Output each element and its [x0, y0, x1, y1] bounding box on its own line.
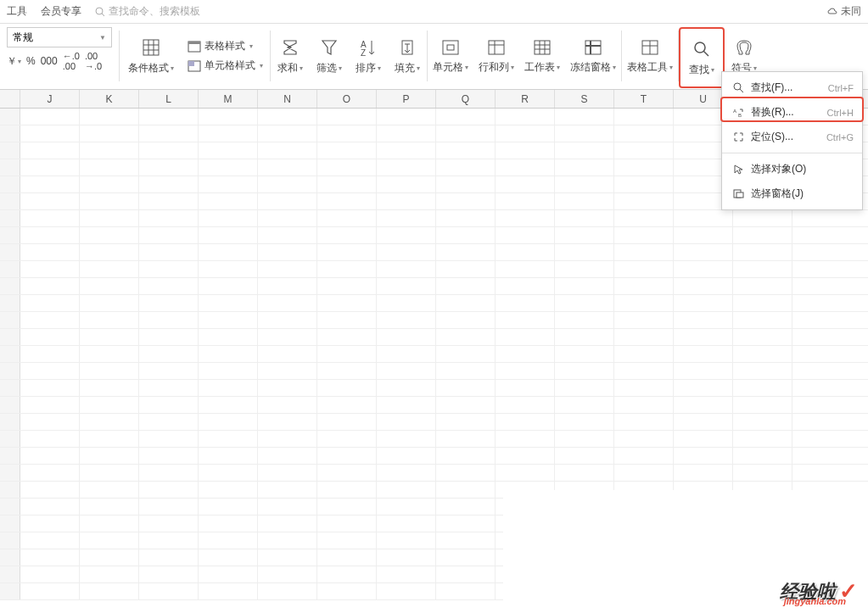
grid-cell[interactable]	[496, 227, 555, 243]
grid-cell[interactable]	[20, 566, 80, 582]
grid-cell[interactable]	[436, 244, 496, 260]
grid-cell[interactable]	[80, 465, 139, 481]
grid-cell[interactable]	[317, 363, 377, 379]
grid-cell[interactable]	[377, 312, 436, 328]
grid-cell[interactable]	[139, 465, 199, 481]
grid-cell[interactable]	[0, 583, 20, 599]
grid-cell[interactable]	[20, 397, 80, 413]
grid-cell[interactable]	[496, 380, 555, 396]
grid-cell[interactable]	[20, 363, 80, 379]
grid-cell[interactable]	[258, 499, 317, 515]
grid-cell[interactable]	[139, 125, 199, 142]
cloud-status[interactable]: 未同	[826, 4, 861, 19]
grid-cell[interactable]	[199, 109, 258, 125]
grid-cell[interactable]	[317, 261, 377, 277]
grid-cell[interactable]	[80, 295, 139, 311]
grid-cell[interactable]	[0, 261, 20, 277]
grid-cell[interactable]	[317, 159, 377, 176]
grid-cell[interactable]	[496, 431, 555, 447]
grid-cell[interactable]	[436, 583, 496, 599]
grid-cell[interactable]	[317, 397, 377, 413]
grid-cell[interactable]	[674, 278, 733, 294]
grid-cell[interactable]	[20, 193, 80, 209]
grid-cell[interactable]	[0, 176, 20, 192]
grid-cell[interactable]	[199, 244, 258, 260]
grid-cell[interactable]	[258, 532, 317, 549]
grid-cell[interactable]	[436, 431, 496, 447]
grid-cell[interactable]	[80, 312, 139, 328]
grid-cell[interactable]	[436, 261, 496, 277]
grid-cell[interactable]	[80, 261, 139, 277]
grid-cell[interactable]	[139, 312, 199, 328]
grid-cell[interactable]	[317, 210, 377, 226]
grid-cell[interactable]	[20, 295, 80, 311]
grid-cell[interactable]	[80, 109, 139, 125]
grid-cell[interactable]	[496, 244, 555, 260]
grid-cell[interactable]	[555, 431, 614, 447]
grid-cell[interactable]	[555, 346, 614, 362]
grid-cell[interactable]	[377, 566, 436, 582]
grid-cell[interactable]	[436, 448, 496, 464]
grid-cell[interactable]	[80, 278, 139, 294]
grid-cell[interactable]	[199, 176, 258, 192]
grid-cell[interactable]	[20, 329, 80, 345]
grid-cell[interactable]	[674, 448, 733, 464]
grid-cell[interactable]	[377, 109, 436, 125]
grid-cell[interactable]	[377, 583, 436, 599]
grid-cell[interactable]	[555, 278, 614, 294]
grid-cell[interactable]	[0, 482, 20, 498]
column-header[interactable]: Q	[436, 90, 496, 108]
grid-cell[interactable]	[377, 499, 436, 515]
grid-cell[interactable]	[258, 193, 317, 209]
grid-cell[interactable]	[377, 142, 436, 159]
grid-cell[interactable]	[139, 261, 199, 277]
grid-cell[interactable]	[496, 295, 555, 311]
grid-cell[interactable]	[258, 346, 317, 362]
grid-cell[interactable]	[496, 346, 555, 362]
grid-cell[interactable]	[0, 549, 20, 566]
grid-cell[interactable]	[20, 515, 80, 532]
grid-cell[interactable]	[139, 566, 199, 582]
rowcol-button[interactable]: 行和列▾	[473, 27, 519, 85]
grid-cell[interactable]	[377, 227, 436, 243]
grid-cell[interactable]	[317, 499, 377, 515]
grid-cell[interactable]	[674, 397, 733, 413]
grid-cell[interactable]	[733, 312, 792, 328]
grid-cell[interactable]	[496, 125, 555, 142]
grid-cell[interactable]	[377, 363, 436, 379]
grid-cell[interactable]	[20, 312, 80, 328]
grid-cell[interactable]	[436, 227, 496, 243]
column-header[interactable]: L	[139, 90, 199, 108]
grid-cell[interactable]	[317, 414, 377, 430]
grid-cell[interactable]	[436, 397, 496, 413]
fill-button[interactable]: 填充▾	[388, 27, 427, 85]
grid-cell[interactable]	[199, 142, 258, 159]
grid-cell[interactable]	[0, 125, 20, 142]
grid-cell[interactable]	[20, 176, 80, 192]
grid-cell[interactable]	[258, 363, 317, 379]
grid-cell[interactable]	[80, 414, 139, 430]
grid-cell[interactable]	[614, 244, 674, 260]
grid-cell[interactable]	[496, 363, 555, 379]
grid-cell[interactable]	[674, 363, 733, 379]
menu-member[interactable]: 会员专享	[41, 4, 81, 19]
grid-cell[interactable]	[436, 515, 496, 532]
grid-cell[interactable]	[0, 227, 20, 243]
column-header[interactable]: S	[555, 90, 614, 108]
column-header[interactable]: M	[199, 90, 258, 108]
grid-cell[interactable]	[317, 515, 377, 532]
grid-cell[interactable]	[80, 380, 139, 396]
grid-cell[interactable]	[0, 329, 20, 345]
table-style-button[interactable]: 表格样式▾	[188, 39, 263, 53]
grid-cell[interactable]	[20, 499, 80, 515]
grid-cell[interactable]	[614, 261, 674, 277]
grid-cell[interactable]	[139, 515, 199, 532]
column-header[interactable]: N	[258, 90, 317, 108]
grid-cell[interactable]	[317, 431, 377, 447]
grid-cell[interactable]	[258, 109, 317, 125]
column-header[interactable]: T	[614, 90, 674, 108]
grid-cell[interactable]	[80, 125, 139, 142]
grid-cell[interactable]	[258, 329, 317, 345]
grid-cell[interactable]	[0, 295, 20, 311]
menu-goto[interactable]: 定位(S)... Ctrl+G	[722, 125, 862, 149]
